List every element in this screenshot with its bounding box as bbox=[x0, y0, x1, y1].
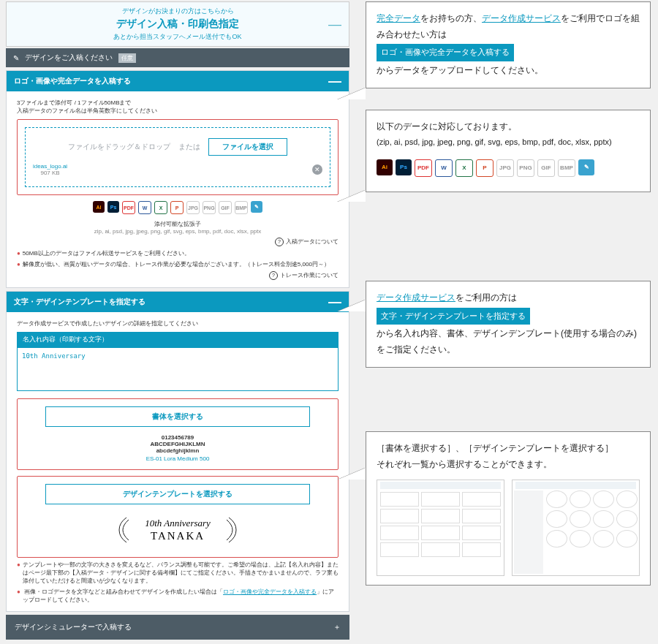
font-sample-numbers: 0123456789 bbox=[25, 434, 330, 441]
optional-badge: 任意 bbox=[118, 53, 136, 63]
ps-icon: Ps bbox=[396, 159, 412, 175]
note-trace: 解像度が低い、画質が粗いデータの場合、トレース作業が必要な場合がございます。（ト… bbox=[17, 260, 339, 268]
dropzone[interactable]: ファイルをドラッグ＆ドロップ または ファイルを選択 ideas_logo.ai… bbox=[25, 127, 330, 187]
pointer-icon bbox=[338, 300, 366, 311]
naming-textarea[interactable] bbox=[17, 347, 339, 391]
link-creation-service-2[interactable]: データ作成サービス bbox=[377, 292, 455, 303]
ai-icon: Ai bbox=[377, 159, 393, 175]
upload-title-bar: ✎ デザインをご入稿ください 任意 bbox=[6, 48, 349, 67]
naming-field-header: 名入れ内容（印刷する文字） bbox=[17, 332, 339, 347]
ribbon-line1: デザインがお決まりの方はこちらから bbox=[7, 7, 349, 16]
title-text: デザインをご入稿ください bbox=[25, 53, 113, 63]
note-template-2: 画像・ロゴデータを文字などと組み合わせてデザインを作成したい場合は「ロゴ・画像や… bbox=[17, 588, 339, 604]
dropzone-text: ファイルをドラッグ＆ドロップ bbox=[68, 142, 170, 152]
callout-upload: 完全データをお持ちの方、データ作成サービスをご利用でロゴを組み合わせたい方は ロ… bbox=[366, 1, 651, 88]
help-upload-data[interactable]: 入稿データについて bbox=[17, 238, 339, 246]
ps-icon: Ps bbox=[107, 201, 119, 213]
upload-highlight: ファイルをドラッグ＆ドロップ または ファイルを選択 ideas_logo.ai… bbox=[17, 119, 339, 195]
note-50mb: 50MB以上のデータはファイル転送サービスをご利用ください。 bbox=[17, 249, 339, 257]
link-complete-data[interactable]: 完全データ bbox=[377, 13, 420, 23]
jpg-icon: JPG bbox=[496, 159, 514, 177]
template-list-thumbnail bbox=[512, 480, 640, 576]
simulator-bar[interactable]: デザインシミュレーターで入稿する ＋ bbox=[6, 615, 349, 640]
pdf-icon: PDF bbox=[415, 159, 432, 177]
upload-limit-1: 3ファイルまで添付可 / 1ファイル50MBまで bbox=[17, 99, 339, 107]
svg-text:10th Anniversary: 10th Anniversary bbox=[145, 518, 211, 529]
section-template: 文字・デザインテンプレートを指定する— データ作成サービスで作成したいデザインの… bbox=[6, 291, 349, 612]
section-template-header[interactable]: 文字・デザインテンプレートを指定する— bbox=[7, 292, 349, 312]
png-icon: PNG bbox=[517, 159, 534, 177]
tag-template-box: 文字・デザインテンプレートを指定する bbox=[377, 308, 530, 325]
doc-icon: W bbox=[435, 159, 453, 177]
ext-list: zip, ai, psd, jpg, jpeg, png, gif, svg, … bbox=[17, 228, 339, 235]
draw-icon: ✎ bbox=[251, 201, 262, 213]
font-sample-label: ES-01 Lora Medium 500 bbox=[25, 455, 330, 462]
gif-icon: GIF bbox=[219, 201, 232, 214]
select-font-button[interactable]: 書体を選択する bbox=[45, 406, 310, 427]
ribbon-line3: あとから担当スタッフへメール送付でもOK bbox=[7, 32, 349, 42]
file-type-icons: Ai Ps PDF W X P JPG PNG GIF BMP ✎ bbox=[17, 201, 339, 214]
font-sample-upper: ABCDEFGHIJKLMN bbox=[25, 441, 330, 447]
pointer-icon bbox=[338, 468, 366, 480]
plus-icon: ＋ bbox=[333, 622, 341, 632]
font-sample-lower: abcdefghijklmn bbox=[25, 447, 330, 454]
dropzone-or: または bbox=[178, 142, 200, 152]
ppt-icon: P bbox=[476, 159, 494, 177]
remove-file-button[interactable]: ✕ bbox=[312, 164, 322, 175]
ribbon-line2: デザイン入稿・印刷色指定 bbox=[7, 18, 349, 31]
ppt-icon: P bbox=[170, 201, 184, 214]
pdf-icon: PDF bbox=[122, 201, 135, 214]
bmp-icon: BMP bbox=[235, 201, 248, 214]
callout-select-lists: ［書体を選択する］、［デザインテンプレートを選択する］ それぞれ一覧から選択する… bbox=[366, 431, 651, 586]
design-ribbon[interactable]: デザインがお決まりの方はこちらから デザイン入稿・印刷色指定 あとから担当スタッ… bbox=[6, 1, 349, 47]
pointer-icon bbox=[338, 88, 366, 99]
link-upload-section[interactable]: ロゴ・画像や完全データを入稿する bbox=[223, 588, 317, 595]
tag-upload-box: ロゴ・画像や完全データを入稿する bbox=[377, 44, 514, 61]
font-highlight: 書体を選択する 0123456789 ABCDEFGHIJKLMN abcdef… bbox=[17, 398, 339, 470]
svg-text:TANAKA: TANAKA bbox=[151, 530, 205, 542]
ai-icon: Ai bbox=[93, 201, 105, 213]
gear-icon: ✎ bbox=[13, 54, 19, 62]
note-template-1: テンプレートや一部の文字の大きさを変えるなど、バランス調整も可能です。ご希望の場… bbox=[17, 561, 339, 585]
section-upload-header[interactable]: ロゴ・画像や完全データを入稿する— bbox=[7, 71, 349, 91]
jpg-icon: JPG bbox=[186, 201, 200, 214]
callout-formats: 以下のデータに対応しております。 (zip, ai, psd, jpg, jpe… bbox=[366, 110, 651, 192]
bmp-icon: BMP bbox=[558, 159, 575, 177]
section-upload: ロゴ・画像や完全データを入稿する— 3ファイルまで添付可 / 1ファイル50MB… bbox=[6, 70, 349, 288]
doc-icon: W bbox=[138, 201, 151, 214]
draw-icon: ✎ bbox=[578, 159, 594, 175]
png-icon: PNG bbox=[203, 201, 216, 214]
collapse-icon[interactable]: — bbox=[328, 17, 341, 32]
template-preview: 10th Anniversary TANAKA bbox=[25, 512, 330, 550]
template-intro: データ作成サービスで作成したいデザインの詳細を指定してください bbox=[17, 319, 339, 327]
callout-template: データ作成サービスをご利用の方は 文字・デザインテンプレートを指定する から名入… bbox=[366, 281, 651, 368]
uploaded-file-name: ideas_logo.ai bbox=[33, 163, 67, 170]
upload-limit-2: 入稿データのファイル名は半角英数字にしてください bbox=[17, 107, 339, 115]
choose-file-button[interactable]: ファイルを選択 bbox=[208, 138, 287, 156]
help-trace[interactable]: トレース作業について bbox=[17, 271, 339, 280]
link-creation-service[interactable]: データ作成サービス bbox=[482, 13, 561, 23]
template-highlight: デザインテンプレートを選択する 10th Anniversary TANAKA bbox=[17, 476, 339, 558]
uploaded-file-size: 907 KB bbox=[33, 170, 67, 176]
xls-icon: X bbox=[455, 159, 473, 177]
xls-icon: X bbox=[154, 201, 167, 214]
pointer-icon bbox=[338, 190, 366, 202]
select-template-button[interactable]: デザインテンプレートを選択する bbox=[45, 484, 310, 504]
font-list-thumbnail bbox=[377, 480, 504, 576]
ext-label: 添付可能な拡張子 bbox=[17, 220, 339, 228]
gif-icon: GIF bbox=[537, 159, 555, 177]
collapse-icon[interactable]: — bbox=[328, 77, 341, 85]
